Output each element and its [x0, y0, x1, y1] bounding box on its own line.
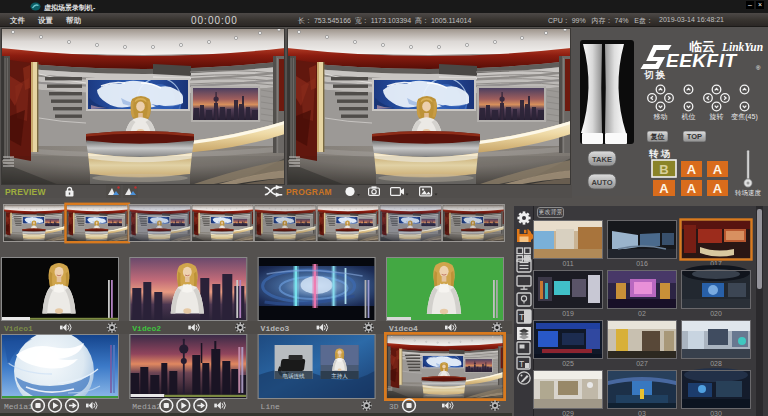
svg-text:028: 028: [710, 360, 722, 367]
svg-text:030: 030: [710, 410, 722, 416]
svg-text:切换: 切换: [643, 69, 667, 80]
svg-text:变焦(45): 变焦(45): [730, 113, 757, 121]
svg-text:A: A: [713, 162, 723, 177]
svg-text:Line: Line: [261, 402, 280, 411]
svg-text:019: 019: [562, 310, 574, 317]
svg-text:027: 027: [636, 360, 648, 367]
svg-text:复位: 复位: [650, 133, 665, 141]
svg-text:®: ®: [756, 65, 761, 71]
svg-text:A: A: [659, 181, 669, 196]
svg-text:T: T: [519, 312, 525, 322]
svg-text:A: A: [713, 181, 723, 196]
svg-text:电话连线: 电话连线: [283, 373, 306, 380]
svg-text:机位: 机位: [682, 113, 696, 121]
svg-text:3D: 3D: [389, 402, 399, 411]
svg-text:Media1: Media1: [4, 402, 33, 411]
svg-text:EEKFIT: EEKFIT: [666, 50, 737, 71]
svg-text:转场: 转场: [648, 148, 672, 159]
svg-text:A: A: [687, 181, 697, 196]
svg-text:Media2: Media2: [132, 402, 161, 411]
svg-text:011: 011: [562, 260, 573, 267]
svg-text:转场速度: 转场速度: [735, 189, 762, 196]
svg-text:TAKE: TAKE: [592, 155, 612, 164]
svg-text:移动: 移动: [654, 113, 668, 121]
svg-text:AUTO: AUTO: [591, 178, 612, 187]
svg-text:02: 02: [638, 310, 646, 317]
svg-text:旋转: 旋转: [710, 113, 724, 121]
svg-text:016: 016: [636, 260, 648, 267]
svg-text:025: 025: [562, 360, 574, 367]
svg-text:03: 03: [638, 410, 646, 416]
svg-text:T: T: [519, 359, 524, 369]
svg-text:TOP: TOP: [687, 132, 702, 141]
svg-text:B: B: [659, 162, 668, 177]
svg-text:A: A: [687, 162, 697, 177]
svg-text:029: 029: [562, 410, 574, 416]
svg-text:020: 020: [710, 310, 722, 317]
svg-text:主持人: 主持人: [331, 373, 348, 380]
